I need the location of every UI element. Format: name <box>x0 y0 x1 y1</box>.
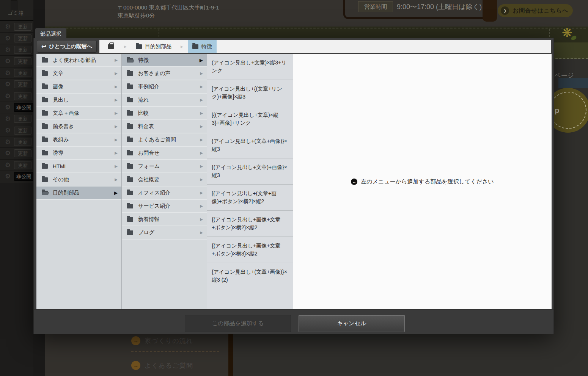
folder-item[interactable]: お問合せ▶ <box>122 147 207 160</box>
folder-item[interactable]: 新着情報▶ <box>122 213 207 226</box>
part-item[interactable]: {アイコン見出し+(文章+画像)}×縦3 (2) <box>207 263 293 289</box>
gear-icon[interactable]: ⚙ <box>5 81 11 88</box>
update-button[interactable]: 更新 <box>14 46 31 54</box>
folder-item[interactable]: 特徴▶ <box>122 54 207 67</box>
folder-item[interactable]: 流れ▶ <box>122 94 207 107</box>
folder-item[interactable]: 文章＋画像▶ <box>36 107 121 120</box>
chevron-right-icon: ▶ <box>200 124 203 128</box>
folder-item[interactable]: 目的別部品▶ <box>36 186 121 200</box>
part-item[interactable]: {(アイコン見出し+画像+文章+ボタン)×横3}×縦2 <box>207 237 293 263</box>
part-item[interactable]: {(アイコン見出し+画像+文章+ボタン)×横2}×縦2 <box>207 211 293 237</box>
subcategory-column: 特徴▶お客さまの声▶事例紹介▶流れ▶比較▶料金表▶よくあるご質問▶お問合せ▶フォ… <box>122 54 207 309</box>
folder-item-label: 箇条書き <box>53 123 74 130</box>
box-border <box>228 334 233 376</box>
update-button[interactable]: 更新 <box>14 34 31 42</box>
part-select-dialog: ↩ ひとつ上の階層へ ▶ 目的別部品 ▶ 特徴 よく使われる部品▶文章▶画像▶見… <box>33 38 554 334</box>
folder-item[interactable]: 事例紹介▶ <box>122 80 207 94</box>
gear-icon[interactable]: ⚙ <box>5 173 11 180</box>
gear-icon[interactable]: ⚙ <box>5 104 11 111</box>
add-part-button[interactable]: この部品を追加する <box>185 315 291 332</box>
gear-icon[interactable]: ⚙ <box>5 116 11 122</box>
update-button[interactable]: 更新 <box>14 149 31 157</box>
gear-icon[interactable]: ⚙ <box>5 162 11 168</box>
dialog-tab[interactable]: 部品選択 <box>35 28 66 39</box>
part-item[interactable]: [アイコン見出し+{(文章+リンク)+画像]×縦3 <box>207 80 293 106</box>
update-button[interactable]: 更新 <box>14 92 31 100</box>
gear-icon[interactable]: ⚙ <box>5 35 11 42</box>
chevron-right-icon: ▶ <box>115 151 118 155</box>
folder-item[interactable]: HTML▶ <box>36 160 121 173</box>
chevron-right-icon: ▶ <box>200 85 203 89</box>
folder-item[interactable]: お客さまの声▶ <box>122 67 207 80</box>
breadcrumb-item-label: 目的別部品 <box>145 43 171 50</box>
update-button[interactable]: 更新 <box>14 80 31 88</box>
gear-icon[interactable]: ⚙ <box>5 47 11 53</box>
folder-item[interactable]: 箇条書き▶ <box>36 120 121 133</box>
folder-item-label: よく使われる部品 <box>53 57 96 64</box>
sidebar-row: ⚙更新 <box>0 160 33 171</box>
update-button[interactable]: 更新 <box>14 127 31 135</box>
chevron-right-icon: ▶ <box>176 45 188 49</box>
footer-link-faq[interactable]: → よくあるご質問 <box>131 360 193 370</box>
up-one-level-button[interactable]: ↩ ひとつ上の階層へ <box>37 40 97 53</box>
sidebar-row: ⚙更新 <box>0 90 33 102</box>
update-button[interactable]: 更新 <box>14 138 31 146</box>
chevron-right-icon: ▶ <box>200 111 203 115</box>
part-item[interactable]: {(アイコン見出し+文章)+画像}×縦3 <box>207 158 293 185</box>
breadcrumb-item-current[interactable]: 特徴 <box>188 40 217 53</box>
folder-item[interactable]: オフィス紹介▶ <box>122 186 207 200</box>
folder-item[interactable]: 表組み▶ <box>36 133 121 147</box>
address-line2: 東京駅徒歩0分 <box>118 11 219 19</box>
folder-item[interactable]: よく使われる部品▶ <box>36 54 121 67</box>
folder-item[interactable]: 会社概要▶ <box>122 173 207 186</box>
editor-gutter <box>33 334 45 376</box>
folder-item-label: お問合せ <box>138 150 160 157</box>
folder-item[interactable]: 見出し▶ <box>36 94 121 107</box>
update-button[interactable]: 更新 <box>14 23 31 31</box>
part-item[interactable]: {アイコン見出し+(文章+画像)}×縦3 <box>207 132 293 158</box>
update-button[interactable]: 更新 <box>14 115 31 123</box>
folder-item[interactable]: 画像▶ <box>36 80 121 94</box>
gear-icon[interactable]: ⚙ <box>5 127 11 134</box>
return-arrow-icon: ↩ <box>41 44 46 50</box>
update-button[interactable]: 更新 <box>14 161 31 169</box>
folder-item[interactable]: フォーム▶ <box>122 160 207 173</box>
private-badge[interactable]: 非公開 <box>14 103 33 112</box>
chevron-right-icon: ▶ <box>200 58 203 63</box>
gear-icon[interactable]: ⚙ <box>5 58 11 64</box>
folder-item[interactable]: 比較▶ <box>122 107 207 120</box>
folder-item[interactable]: ブログ▶ <box>122 226 207 240</box>
update-button[interactable]: 更新 <box>14 69 31 77</box>
private-badge[interactable]: 非公開 <box>14 172 33 181</box>
gear-icon[interactable]: ⚙ <box>5 24 11 30</box>
folder-icon <box>42 177 48 182</box>
chevron-right-icon: ▶ <box>200 217 203 221</box>
footer-link-flow[interactable]: → 家づくりの流れ <box>131 336 193 346</box>
folder-item[interactable]: 料金表▶ <box>122 120 207 133</box>
folder-item[interactable]: よくあるご質問▶ <box>122 133 207 147</box>
gear-icon[interactable]: ⚙ <box>5 93 11 99</box>
arrow-right-circle-icon: → <box>131 336 140 345</box>
gear-icon[interactable]: ⚙ <box>5 139 11 145</box>
part-item[interactable]: (アイコン見出し+文章)×縦3+リンク <box>207 54 293 80</box>
contact-link-button[interactable]: ❯ お問合せはこちらへ <box>498 4 573 17</box>
part-item[interactable]: [{(アイコン見出し+文章)×縦3}+画像]+リンク <box>207 106 293 132</box>
folder-item[interactable]: 文章▶ <box>36 67 121 80</box>
update-button[interactable]: 更新 <box>14 57 31 65</box>
breadcrumb-item[interactable]: 目的別部品 <box>131 40 176 53</box>
chevron-right-icon: ▶ <box>115 58 118 62</box>
flower-icon: ❋ <box>562 27 572 39</box>
cancel-button[interactable]: キャンセル <box>299 315 405 332</box>
category-column: よく使われる部品▶文章▶画像▶見出し▶文章＋画像▶箇条書き▶表組み▶誘導▶HTM… <box>36 54 122 309</box>
folder-icon <box>42 85 48 89</box>
folder-item-label: 会社概要 <box>138 176 159 183</box>
chevron-right-icon: ▶ <box>200 71 203 75</box>
folder-icon <box>192 44 198 49</box>
folder-item[interactable]: その他▶ <box>36 173 121 186</box>
part-item[interactable]: [{アイコン見出し+(文章+画像)+ボタン}×横2]×縦2 <box>207 185 293 211</box>
breadcrumb-root[interactable] <box>99 40 119 53</box>
folder-item[interactable]: サービス紹介▶ <box>122 200 207 213</box>
gear-icon[interactable]: ⚙ <box>5 150 11 157</box>
folder-item[interactable]: 誘導▶ <box>36 147 121 160</box>
gear-icon[interactable]: ⚙ <box>5 70 11 76</box>
